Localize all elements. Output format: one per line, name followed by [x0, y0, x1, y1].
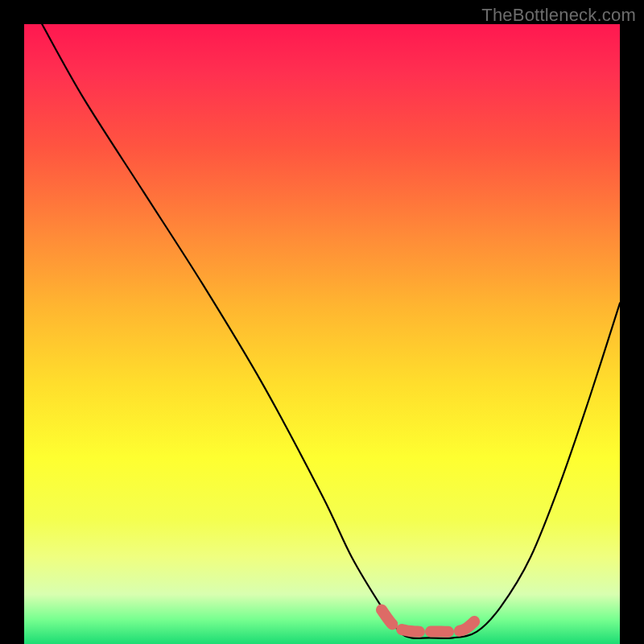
optimal-band-marker: [382, 610, 477, 632]
chart-svg: [24, 24, 620, 644]
chart-frame: TheBottleneck.com: [0, 0, 644, 644]
watermark-text: TheBottleneck.com: [481, 5, 636, 26]
chart-plot-area: [24, 24, 620, 644]
bottleneck-curve-line: [42, 24, 620, 638]
